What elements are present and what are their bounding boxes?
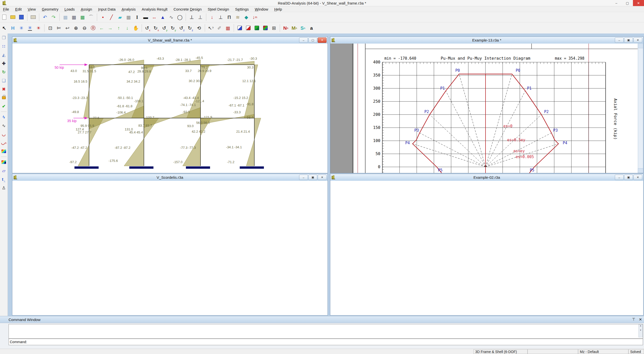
label-n-icon[interactable]: Na xyxy=(282,24,290,32)
contour-icon[interactable] xyxy=(1,148,7,155)
menu-item-window[interactable]: Window xyxy=(252,7,271,12)
menu-item-view[interactable]: View xyxy=(25,7,39,12)
diagram-annotate-icon[interactable]: ◡a xyxy=(1,139,7,146)
rotate-y-cw-icon[interactable]: ↻y xyxy=(170,24,177,32)
maximize-button[interactable]: ▢ xyxy=(622,0,633,6)
grid-settings-icon[interactable]: ▦ xyxy=(62,13,69,21)
close-button[interactable]: ✕ xyxy=(633,0,644,6)
draw-member-icon[interactable]: ╱ xyxy=(108,13,115,21)
vertical-scrollbar[interactable] xyxy=(638,44,643,173)
check-icon[interactable]: ✔ xyxy=(1,103,7,110)
print-icon[interactable] xyxy=(29,13,37,21)
shell-canvas[interactable] xyxy=(12,181,328,315)
redo-icon[interactable]: ↷ xyxy=(50,13,57,21)
child-window-truss[interactable]: Example-02.r3a ‒ ▣ ✕ xyxy=(330,174,643,315)
draw-shell4-icon[interactable]: ▰ xyxy=(116,13,124,21)
menu-item-file[interactable]: File xyxy=(0,7,12,12)
child-minimize-button[interactable]: ‒ xyxy=(299,38,308,43)
portal-frame-icon[interactable]: Π xyxy=(225,13,233,21)
moment-load-icon[interactable]: ↓m xyxy=(251,13,259,21)
zoom-window-icon[interactable]: ⊡ xyxy=(47,24,54,32)
label-s-icon[interactable]: Sa xyxy=(299,24,307,32)
rotate-x-cw-icon[interactable]: ↻x xyxy=(152,24,160,32)
child-titlebar[interactable]: Example-02.r3a ‒ ▣ ✕ xyxy=(330,174,643,181)
menu-item-concrete-design[interactable]: Concrete Design xyxy=(171,7,205,12)
label-m-icon[interactable]: Ma xyxy=(291,24,298,32)
settings-sun-icon[interactable]: ☀ xyxy=(35,24,42,32)
child-minimize-button[interactable]: ‒ xyxy=(615,175,624,180)
zoom-extents-icon[interactable]: Ⓡ xyxy=(89,24,97,32)
model-person-icon[interactable]: ♙ xyxy=(1,185,7,191)
draw-arc-icon[interactable]: ⌒ xyxy=(87,13,95,21)
child-window-interaction[interactable]: Example-13.r3a * ‒ ▣ ✕ min = -170.640Pu-… xyxy=(330,37,643,173)
child-restore-button[interactable]: ▣ xyxy=(308,175,317,180)
menu-item-settings[interactable]: Settings xyxy=(232,7,252,12)
rotate-z-ccw-icon[interactable]: ↺z xyxy=(178,24,186,32)
grid-lines-icon[interactable]: ▦ xyxy=(70,13,78,21)
copy-icon[interactable]: ❐ xyxy=(1,34,7,41)
section-circle-icon[interactable]: ◯ xyxy=(176,13,184,21)
rotate-x-ccw-icon[interactable]: ↺x xyxy=(144,24,151,32)
pier-1-icon[interactable]: ⊥ xyxy=(188,13,195,21)
zoom-cut-icon[interactable]: ✄ xyxy=(55,24,63,32)
child-restore-button[interactable]: ▣ xyxy=(624,175,633,180)
child-close-button[interactable]: ✕ xyxy=(318,175,327,180)
zoom-out-icon[interactable]: ⊖ xyxy=(81,24,88,32)
pan-left-icon[interactable]: ← xyxy=(98,24,105,32)
child-restore-button[interactable]: ▣ xyxy=(624,38,633,43)
render-solid-multi-icon[interactable] xyxy=(262,24,269,32)
child-window-scordelis[interactable]: V_Scordelis.r3a ‒ ▣ ✕ xyxy=(12,174,328,315)
pin-icon[interactable]: ⊤ xyxy=(632,317,635,322)
scale-icon[interactable]: ❑ xyxy=(1,77,7,84)
menu-item-assign[interactable]: Assign xyxy=(78,7,95,12)
lock-icon[interactable] xyxy=(1,94,7,101)
child-close-button[interactable]: ✕ xyxy=(318,38,327,43)
move-icon[interactable]: ✚ xyxy=(1,60,7,67)
save-file-icon[interactable] xyxy=(18,13,25,21)
snap-grid-icon[interactable]: ✳ xyxy=(26,24,34,32)
render-wire-blue-icon[interactable] xyxy=(236,24,244,32)
menu-item-help[interactable]: Help xyxy=(271,7,285,12)
truss-canvas[interactable] xyxy=(330,181,643,315)
child-minimize-button[interactable]: ‒ xyxy=(615,38,624,43)
close-icon[interactable]: ✕ xyxy=(639,317,642,322)
menu-item-loads[interactable]: Loads xyxy=(61,7,78,12)
menu-item-analysis-result[interactable]: Analysis Result xyxy=(139,7,171,12)
command-log-scrollbar[interactable]: ▲▼ xyxy=(638,324,643,337)
pan-hand-icon[interactable]: ✋ xyxy=(132,24,140,32)
select-icon[interactable]: ↖ xyxy=(1,24,8,32)
menu-item-edit[interactable]: Edit xyxy=(12,7,25,12)
time-history-icon[interactable]: t⊥ xyxy=(1,176,7,183)
child-window-shear-frame[interactable]: V_Shear_wall_frame.r3a * ‒ ▢ ✕ 50 kip35 … xyxy=(12,37,328,173)
section-i-icon[interactable]: I xyxy=(133,13,141,21)
open-file-icon[interactable] xyxy=(9,13,17,21)
mirror-icon[interactable]: ◭ xyxy=(1,52,7,58)
command-window-header[interactable]: Command Window ⊤ ✕ xyxy=(0,316,644,323)
pan-up-icon[interactable]: ↑ xyxy=(115,24,123,32)
menu-item-input-data[interactable]: Input Data xyxy=(95,7,118,12)
edit-arrow-icon[interactable]: ✐ xyxy=(216,24,223,32)
diamond-icon[interactable]: ◆ xyxy=(243,13,250,21)
dynamic-icon[interactable]: ∿ xyxy=(1,122,7,129)
render-wire-red-icon[interactable] xyxy=(245,24,252,32)
command-input[interactable]: Command: xyxy=(9,339,643,345)
label-a-icon[interactable]: a xyxy=(308,24,315,32)
zoom-previous-icon[interactable]: ↩ xyxy=(64,24,71,32)
rotate-icon[interactable]: ↻ xyxy=(1,69,7,75)
dimension-icon[interactable]: ↔ xyxy=(150,13,158,21)
menu-item-geometry[interactable]: Geometry xyxy=(39,7,61,12)
new-file-icon[interactable] xyxy=(1,13,8,21)
analyze-icon[interactable]: ϟ xyxy=(1,114,7,120)
zoom-in-icon[interactable]: ⊕ xyxy=(72,24,80,32)
render-solid-green-icon[interactable] xyxy=(253,24,261,32)
child-titlebar[interactable]: V_Scordelis.r3a ‒ ▣ ✕ xyxy=(12,174,328,181)
section-bar-icon[interactable]: ▬ xyxy=(142,13,149,21)
annotate-icon[interactable]: ▦ xyxy=(224,24,232,32)
menu-item-steel-design[interactable]: Steel Design xyxy=(205,7,232,12)
child-close-button[interactable]: ✕ xyxy=(633,175,642,180)
interaction-canvas[interactable]: min = -170.640Pu-Mux and Pu-Muy Interact… xyxy=(330,44,643,173)
child-titlebar[interactable]: Example-13.r3a * ‒ ▣ ✕ xyxy=(330,37,643,44)
point-load-icon[interactable]: ↓ xyxy=(208,13,216,21)
select-h-icon[interactable]: H xyxy=(9,24,17,32)
rotate-z-cw-icon[interactable]: ↻z xyxy=(187,24,194,32)
